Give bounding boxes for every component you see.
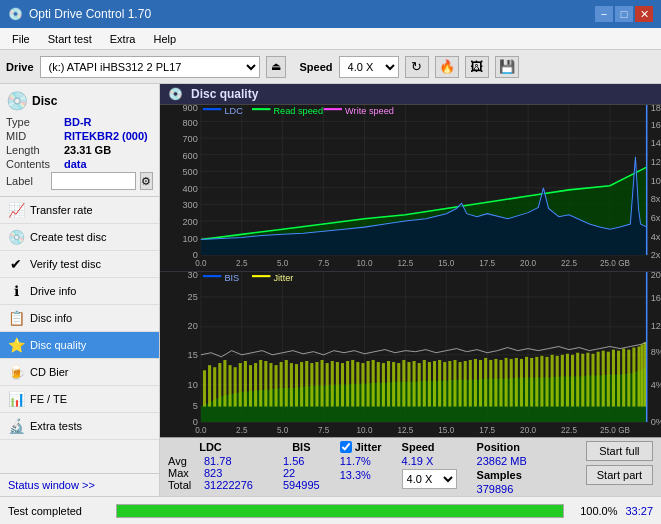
samples-value: 379896 (477, 483, 527, 495)
cd-bier-icon: 🍺 (8, 364, 24, 380)
create-test-disc-label: Create test disc (30, 231, 106, 243)
speed-target-select[interactable]: 4.0 X (402, 469, 457, 489)
svg-text:18x: 18x (651, 105, 661, 113)
jitter-checkbox[interactable] (340, 441, 352, 453)
svg-rect-145 (387, 361, 390, 407)
svg-rect-179 (561, 354, 564, 406)
svg-text:4x: 4x (651, 231, 661, 241)
svg-rect-122 (269, 363, 272, 406)
menu-extra[interactable]: Extra (102, 31, 144, 47)
eject-button[interactable]: ⏏ (266, 56, 286, 78)
total-label: Total (168, 479, 200, 491)
status-window-button[interactable]: Status window >> (0, 473, 159, 496)
sidebar-item-verify-test-disc[interactable]: ✔ Verify test disc (0, 251, 159, 278)
svg-rect-123 (275, 365, 278, 406)
save-button[interactable]: 💾 (495, 56, 519, 78)
disc-info-icon: 📋 (8, 310, 24, 326)
svg-rect-151 (418, 363, 421, 406)
maximize-button[interactable]: □ (615, 6, 633, 22)
svg-rect-150 (413, 361, 416, 407)
svg-rect-119 (254, 363, 257, 406)
svg-rect-144 (382, 363, 385, 406)
svg-text:10x: 10x (651, 176, 661, 186)
svg-rect-183 (581, 353, 584, 406)
sidebar-item-transfer-rate[interactable]: 📈 Transfer rate (0, 197, 159, 224)
fe-te-label: FE / TE (30, 393, 67, 405)
svg-text:16x: 16x (651, 120, 661, 130)
svg-text:300: 300 (182, 200, 197, 210)
action-buttons: Start full Start part (586, 441, 653, 485)
menu-help[interactable]: Help (145, 31, 184, 47)
svg-rect-186 (597, 351, 600, 406)
svg-rect-117 (244, 361, 247, 407)
drive-info-icon: ℹ (8, 283, 24, 299)
menu-start-test[interactable]: Start test (40, 31, 100, 47)
title-bar-left: 💿 Opti Drive Control 1.70 (8, 7, 151, 21)
status-text: Test completed (8, 505, 108, 517)
svg-text:2x: 2x (651, 250, 661, 260)
disc-section-title: Disc (32, 94, 57, 108)
sidebar-item-drive-info[interactable]: ℹ Drive info (0, 278, 159, 305)
sidebar-item-disc-quality[interactable]: ⭐ Disc quality (0, 332, 159, 359)
start-part-button[interactable]: Start part (586, 465, 653, 485)
menu-file[interactable]: File (4, 31, 38, 47)
svg-text:5.0: 5.0 (277, 426, 289, 435)
svg-text:20.0: 20.0 (520, 259, 536, 268)
avg-label: Avg (168, 455, 200, 467)
svg-text:Read speed: Read speed (273, 106, 323, 116)
svg-rect-170 (515, 357, 518, 406)
title-bar-controls: − □ ✕ (595, 6, 653, 22)
svg-text:20.0: 20.0 (520, 426, 536, 435)
ldc-max: 823 (204, 467, 222, 479)
minimize-button[interactable]: − (595, 6, 613, 22)
sidebar-item-create-test-disc[interactable]: 💿 Create test disc (0, 224, 159, 251)
drive-select[interactable]: (k:) ATAPI iHBS312 2 PL17 (40, 56, 260, 78)
sidebar-item-disc-info[interactable]: 📋 Disc info (0, 305, 159, 332)
bis-total: 594995 (283, 479, 320, 491)
svg-text:5.0: 5.0 (277, 259, 289, 268)
svg-rect-182 (576, 352, 579, 406)
status-bar: Test completed 100.0% 33:27 (0, 496, 661, 524)
svg-text:2.5: 2.5 (236, 426, 248, 435)
bis-max: 22 (283, 467, 295, 479)
disc-mid-label: MID (6, 130, 64, 142)
svg-rect-129 (305, 361, 308, 407)
svg-rect-109 (203, 370, 206, 406)
verify-test-disc-label: Verify test disc (30, 258, 101, 270)
progress-percent: 100.0% (572, 505, 617, 517)
svg-rect-116 (239, 363, 242, 406)
disc-label-button[interactable]: ⚙ (140, 172, 153, 190)
status-window-label: Status window >> (8, 479, 95, 491)
bis-avg: 1.56 (283, 455, 304, 467)
svg-rect-166 (494, 359, 497, 407)
svg-rect-112 (218, 363, 221, 406)
content-area: 💿 Disc quality (160, 84, 661, 496)
extra-button[interactable]: 🖼 (465, 56, 489, 78)
speed-label: Speed (300, 61, 333, 73)
svg-rect-168 (505, 357, 508, 406)
drive-info-label: Drive info (30, 285, 76, 297)
disc-label-input[interactable] (51, 172, 136, 190)
close-button[interactable]: ✕ (635, 6, 653, 22)
svg-text:4%: 4% (651, 379, 661, 389)
transfer-rate-label: Transfer rate (30, 204, 93, 216)
svg-rect-142 (372, 360, 375, 407)
svg-text:100: 100 (182, 234, 197, 244)
svg-text:600: 600 (182, 151, 197, 161)
refresh-button[interactable]: ↻ (405, 56, 429, 78)
disc-contents-label: Contents (6, 158, 64, 170)
svg-text:20%: 20% (651, 272, 661, 280)
svg-text:22.5: 22.5 (561, 259, 577, 268)
burn-button[interactable]: 🔥 (435, 56, 459, 78)
ldc-avg: 81.78 (204, 455, 232, 467)
disc-contents-value: data (64, 158, 87, 170)
start-full-button[interactable]: Start full (586, 441, 653, 461)
speed-select[interactable]: 4.0 X (339, 56, 399, 78)
sidebar-item-cd-bier[interactable]: 🍺 CD Bier (0, 359, 159, 386)
chart-top: 0 100 200 300 400 500 600 700 800 900 2x (160, 105, 661, 272)
position-stats: Position 23862 MB Samples 379896 (477, 441, 527, 495)
disc-length-row: Length 23.31 GB (6, 144, 153, 156)
sidebar-item-fe-te[interactable]: 📊 FE / TE (0, 386, 159, 413)
extra-tests-icon: 🔬 (8, 418, 24, 434)
sidebar-item-extra-tests[interactable]: 🔬 Extra tests (0, 413, 159, 440)
